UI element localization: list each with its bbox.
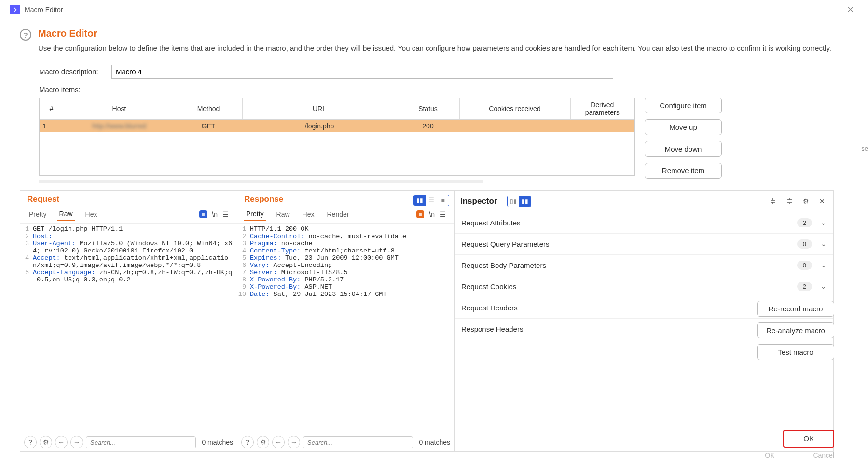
inspector-row[interactable]: Request Query Parameters0⌄	[455, 233, 833, 254]
tab-pretty[interactable]: Pretty	[27, 209, 49, 220]
tab-raw[interactable]: Raw	[275, 209, 292, 220]
cell-num: 1	[40, 119, 64, 132]
cell-url: /login.php	[242, 119, 397, 132]
side-buttons: Configure item Move up Move down Remove …	[645, 98, 722, 179]
hamburger-icon[interactable]: ☰	[440, 210, 447, 218]
configure-item-button[interactable]: Configure item	[645, 98, 722, 113]
inspector-row-label: Response Headers	[461, 325, 794, 333]
test-macro-button[interactable]: Test macro	[757, 344, 834, 360]
next-icon[interactable]: →	[288, 436, 300, 448]
cell-method: GET	[175, 119, 242, 132]
view-rows-icon[interactable]: ☰	[426, 195, 437, 206]
view-columns-icon[interactable]: ▯▮	[508, 196, 519, 207]
view-split-icon[interactable]: ▮▮	[414, 195, 426, 206]
col-status[interactable]: Status	[397, 98, 459, 120]
description-field-row: Macro description:	[39, 65, 834, 79]
count-badge: 2	[797, 282, 812, 291]
description-label: Macro description:	[39, 68, 107, 76]
response-search-input[interactable]	[303, 436, 413, 448]
move-up-button[interactable]: Move up	[645, 119, 722, 135]
content-area: ? Macro Editor Use the configuration bel…	[5, 19, 863, 457]
request-matches: 0 matches	[202, 438, 233, 446]
close-icon[interactable]: ✕	[843, 3, 858, 16]
inspector-row[interactable]: Request Attributes2⌄	[455, 212, 833, 233]
hamburger-icon[interactable]: ☰	[222, 210, 230, 218]
tab-pretty[interactable]: Pretty	[244, 208, 266, 221]
header-row: ? Macro Editor Use the configuration bel…	[20, 28, 834, 65]
panels: Request Pretty Raw Hex ≡ \n ☰ 1GET /logi…	[20, 190, 834, 452]
remove-item-button[interactable]: Remove item	[645, 163, 722, 179]
macro-items-table[interactable]: # Host Method URL Status Cookies receive…	[40, 98, 634, 132]
count-badge: 0	[797, 261, 812, 270]
table-header-row: # Host Method URL Status Cookies receive…	[40, 98, 634, 120]
prev-icon[interactable]: ←	[55, 436, 68, 448]
help-icon[interactable]: ?	[20, 29, 31, 41]
window-title: Macro Editor	[25, 6, 63, 14]
tab-render[interactable]: Render	[325, 209, 351, 220]
count-badge: 0	[797, 239, 812, 249]
app-icon	[10, 5, 20, 14]
cell-host: http://www.blurred	[64, 119, 175, 132]
view-single-icon[interactable]: ■	[437, 195, 449, 206]
newline-icon[interactable]: \n	[212, 210, 218, 218]
tab-hex[interactable]: Hex	[301, 209, 317, 220]
dialog-footer: OK	[783, 430, 834, 448]
page-description: Use the configuration below to define th…	[38, 43, 834, 54]
ghost-cancel: Cancel	[813, 451, 834, 459]
inspector-title: Inspector	[460, 196, 497, 206]
gear-icon[interactable]: ⚙	[40, 436, 52, 448]
titlebar: Macro Editor ✕	[5, 0, 863, 19]
request-tabs: Pretty Raw Hex ≡ \n ☰	[20, 206, 237, 221]
move-down-button[interactable]: Move down	[645, 141, 722, 157]
count-badge: 2	[797, 218, 812, 227]
response-title: Response	[244, 195, 283, 204]
gear-icon[interactable]: ⚙	[257, 436, 269, 448]
tab-raw[interactable]: Raw	[57, 208, 75, 221]
response-matches: 0 matches	[419, 438, 450, 446]
request-search-input[interactable]	[86, 436, 196, 448]
help-icon[interactable]: ?	[24, 436, 37, 448]
rerecord-macro-button[interactable]: Re-record macro	[757, 301, 834, 317]
col-cookies[interactable]: Cookies received	[459, 98, 570, 120]
request-panel: Request Pretty Raw Hex ≡ \n ☰ 1GET /logi…	[20, 191, 237, 452]
col-url[interactable]: URL	[242, 98, 397, 120]
col-host[interactable]: Host	[64, 98, 175, 120]
inspector-row-label: Request Body Parameters	[461, 261, 797, 269]
cell-derived	[570, 119, 634, 132]
col-derived[interactable]: Derived parameters	[570, 98, 634, 120]
newline-icon[interactable]: \n	[429, 210, 435, 218]
chevron-down-icon[interactable]: ⌄	[821, 240, 827, 248]
actions-icon[interactable]: ≡	[199, 210, 207, 218]
view-split-icon[interactable]: ▮▮	[519, 196, 531, 207]
ok-button[interactable]: OK	[783, 430, 834, 448]
collapse-icon[interactable]	[784, 196, 795, 207]
next-icon[interactable]: →	[70, 436, 83, 448]
actions-icon[interactable]: ≡	[416, 210, 424, 218]
response-code[interactable]: 1HTTP/1.1 200 OK2Cache-Control: no-cache…	[237, 223, 454, 433]
macro-items-table-wrap: # Host Method URL Status Cookies receive…	[39, 98, 635, 176]
gear-icon[interactable]: ⚙	[800, 196, 811, 207]
inspector-row[interactable]: Request Body Parameters0⌄	[455, 254, 833, 276]
table-row[interactable]: 1 http://www.blurred GET /login.php 200	[40, 119, 634, 132]
help-icon[interactable]: ?	[241, 436, 254, 448]
col-num[interactable]: #	[40, 98, 64, 120]
chevron-down-icon[interactable]: ⌄	[821, 261, 827, 269]
expand-icon[interactable]	[768, 196, 778, 207]
macro-description-input[interactable]	[111, 65, 613, 79]
reanalyze-macro-button[interactable]: Re-analyze macro	[757, 322, 834, 338]
ghost-buttons: OK Cancel	[765, 451, 834, 459]
prev-icon[interactable]: ←	[272, 436, 285, 448]
table-scrollbar[interactable]	[39, 180, 483, 183]
inspector-header: Inspector ▯▮ ▮▮ ⚙ ✕	[455, 191, 833, 212]
chevron-down-icon[interactable]: ⌄	[821, 282, 827, 290]
close-icon[interactable]: ✕	[817, 196, 827, 207]
tab-hex[interactable]: Hex	[83, 209, 99, 220]
inspector-row[interactable]: Request Cookies2⌄	[455, 276, 833, 297]
cell-status: 200	[397, 119, 459, 132]
request-code[interactable]: 1GET /login.php HTTP/1.12Host: 3User-Age…	[20, 223, 237, 433]
items-label: Macro items:	[39, 85, 834, 94]
page-heading: Macro Editor	[38, 28, 834, 39]
col-method[interactable]: Method	[175, 98, 242, 120]
chevron-down-icon[interactable]: ⌄	[821, 219, 827, 226]
ghost-ok: OK	[765, 451, 774, 459]
